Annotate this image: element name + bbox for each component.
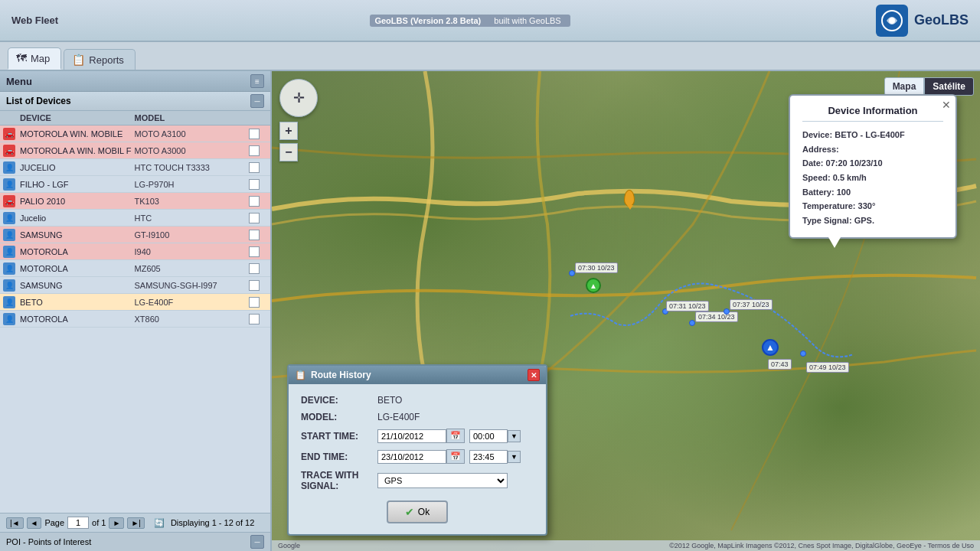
- device-checkbox[interactable]: [249, 162, 260, 173]
- device-info-date: Date: 07:20 10/23/10: [802, 156, 943, 171]
- rh-start-time-down-btn[interactable]: ▼: [508, 430, 521, 442]
- device-checkbox[interactable]: [249, 314, 260, 324]
- rh-model-label: MODEL:: [301, 412, 377, 422]
- rh-ok-button[interactable]: ✔ Ok: [387, 500, 448, 523]
- rh-trace-row: TRACE WITHSIGNAL: GPS GPRS All: [301, 470, 534, 491]
- device-row[interactable]: 👤MOTOROLAXT860: [0, 311, 270, 328]
- device-icon-car: 🚗: [3, 128, 15, 140]
- device-info-signal: Type Signal: GPS.: [802, 214, 943, 228]
- device-info-popup: ✕ Device Information Device: BETO - LG-E…: [789, 94, 957, 239]
- device-row[interactable]: 👤JUCELIOHTC TOUCH T3333: [0, 159, 270, 176]
- device-info-address: Address:: [802, 142, 943, 157]
- device-icon-person: 👤: [3, 178, 15, 191]
- next-page-btn[interactable]: ►: [109, 517, 124, 529]
- device-icon-person: 👤: [3, 279, 15, 292]
- map-type-satelite-btn[interactable]: Satélite: [924, 77, 974, 96]
- sidebar: Menu ≡ List of Devices ─ DEVICE MODEL 🚗M…: [0, 71, 272, 551]
- tab-map-label: Map: [31, 53, 50, 64]
- device-checkbox[interactable]: [249, 280, 260, 291]
- google-watermark: Google: [278, 542, 300, 549]
- device-row[interactable]: 👤JucelioHTC: [0, 210, 270, 227]
- device-row[interactable]: 👤MOTOROLAI940: [0, 243, 270, 260]
- pagination-bar: |◄ ◄ Page of 1 ► ►| 🔄 Displaying 1 - 12 …: [0, 513, 270, 532]
- device-checkbox[interactable]: [249, 145, 260, 156]
- device-model: LG-P970H: [135, 180, 250, 189]
- device-icon-person: 👤: [3, 262, 15, 275]
- page-number-input[interactable]: [67, 517, 89, 529]
- device-name: MOTOROLA: [20, 247, 135, 256]
- rh-model-value: LG-E400F: [377, 412, 420, 422]
- tab-map[interactable]: 🗺 Map: [8, 47, 61, 70]
- device-row[interactable]: 👤SAMSUNGGT-I9100: [0, 227, 270, 243]
- device-name: MOTOROLA A WIN. MOBIL F: [20, 146, 135, 155]
- device-row[interactable]: 🚗PALIO 2010TK103: [0, 193, 270, 210]
- last-page-btn[interactable]: ►|: [127, 517, 145, 529]
- route-label-5: 07:43: [768, 359, 792, 370]
- device-row[interactable]: 👤SAMSUNGSAMSUNG-SGH-I997: [0, 277, 270, 294]
- sidebar-header: Menu ≡: [0, 71, 270, 92]
- device-icon-person: 👤: [3, 212, 15, 224]
- rh-end-cal-btn[interactable]: 📅: [446, 449, 465, 464]
- device-checkbox[interactable]: [249, 230, 260, 240]
- device-checkbox[interactable]: [249, 263, 260, 274]
- rh-model-row: MODEL: LG-E400F: [301, 412, 534, 422]
- app-title: Web Fleet: [11, 15, 58, 26]
- device-checkbox[interactable]: [249, 196, 260, 207]
- device-name: MOTOROLA WIN. MOBILE: [20, 129, 135, 139]
- rh-title-left: 📋 Route History: [295, 370, 371, 380]
- tab-bar: 🗺 Map 📋 Reports: [0, 42, 980, 71]
- ok-check-icon: ✔: [405, 506, 414, 518]
- device-info-close-btn[interactable]: ✕: [942, 99, 951, 111]
- device-row[interactable]: 👤FILHO - LGFLG-P970H: [0, 176, 270, 193]
- rh-start-date-input[interactable]: [377, 429, 446, 443]
- poi-bar: POI - Points of Interest ─: [0, 532, 270, 551]
- rh-device-label: DEVICE:: [301, 395, 377, 406]
- vehicle-marker: ▲: [586, 278, 601, 293]
- device-row[interactable]: 🚗MOTOROLA A WIN. MOBIL FMOTO A3000: [0, 142, 270, 159]
- route-label-1: 07:30 10/23: [575, 262, 618, 273]
- device-checkbox[interactable]: [249, 297, 260, 308]
- rh-end-date-input[interactable]: [377, 450, 446, 464]
- zoom-in-btn[interactable]: +: [279, 122, 298, 140]
- rh-close-btn[interactable]: ✕: [528, 369, 540, 381]
- prev-page-btn[interactable]: ◄: [27, 517, 42, 529]
- rh-start-time-input[interactable]: [469, 429, 508, 443]
- rh-start-cal-btn[interactable]: 📅: [446, 429, 465, 443]
- device-row[interactable]: 👤MOTOROLAMZ605: [0, 260, 270, 277]
- zoom-out-btn[interactable]: −: [279, 143, 298, 161]
- map-type-mapa-btn[interactable]: Mapa: [884, 77, 925, 96]
- tab-reports[interactable]: 📋 Reports: [64, 49, 136, 70]
- col-model: MODEL: [135, 113, 250, 122]
- rh-trace-label: TRACE WITHSIGNAL:: [301, 470, 377, 491]
- route-label-4: 07:37 10/23: [730, 299, 773, 310]
- device-row[interactable]: 🚗MOTOROLA WIN. MOBILEMOTO A3100: [0, 126, 270, 142]
- rh-start-time-row: START TIME: 📅 ▼: [301, 429, 534, 443]
- map-nav-control[interactable]: ✛: [279, 79, 318, 117]
- device-name: JUCELIO: [20, 163, 135, 172]
- map-footer: Google ©2012 Google, MapLink Imagens ©20…: [272, 540, 980, 551]
- device-checkbox[interactable]: [249, 129, 260, 139]
- device-checkbox[interactable]: [249, 213, 260, 223]
- sidebar-header-icons: ≡: [250, 74, 264, 88]
- device-checkbox[interactable]: [249, 246, 260, 257]
- page-label: Page: [44, 518, 64, 527]
- first-page-btn[interactable]: |◄: [6, 517, 24, 529]
- device-checkbox[interactable]: [249, 179, 260, 190]
- refresh-icon[interactable]: 🔄: [154, 518, 165, 528]
- devices-minimize-btn[interactable]: ─: [250, 94, 264, 108]
- poi-btn[interactable]: ─: [250, 535, 264, 549]
- displaying-label: Displaying 1 - 12 of 12: [171, 518, 254, 527]
- device-model: XT860: [135, 315, 250, 324]
- rh-body: DEVICE: BETO MODEL: LG-E400F START TIME:…: [289, 384, 546, 534]
- rh-end-time-down-btn[interactable]: ▼: [508, 451, 521, 463]
- sidebar-collapse-btn[interactable]: ≡: [250, 74, 264, 88]
- device-name: PALIO 2010: [20, 197, 135, 206]
- device-model: TK103: [135, 197, 250, 206]
- rh-icon: 📋: [295, 370, 306, 380]
- device-name: FILHO - LGF: [20, 180, 135, 189]
- map-area: ▲ 07:30 10/23 07:31 10/23 07:34 10/23 07…: [272, 71, 980, 551]
- rh-end-time-input[interactable]: [469, 450, 508, 464]
- map-type-buttons: Mapa Satélite: [884, 77, 974, 96]
- rh-trace-select[interactable]: GPS GPRS All: [377, 473, 508, 488]
- device-row[interactable]: 👤BETOLG-E400F: [0, 294, 270, 311]
